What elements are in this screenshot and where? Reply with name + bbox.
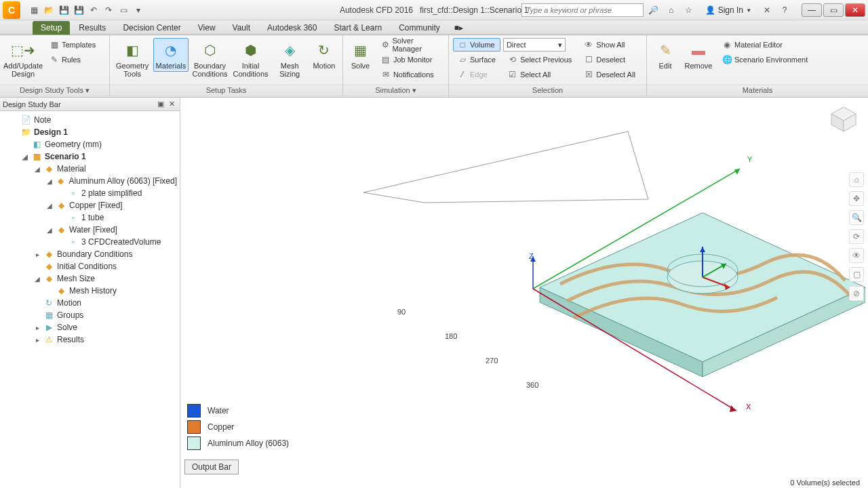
edge-icon: ∕ [458, 70, 467, 79]
app-icon[interactable]: C [3, 1, 20, 19]
deselect-all-button[interactable]: ☒Deselect All [579, 68, 639, 81]
tree-initial-conditions[interactable]: ◆Initial Conditions [1, 260, 178, 272]
dsb-pin-icon[interactable]: ▣ [155, 99, 166, 110]
qat-new-icon[interactable]: ▦ [27, 3, 41, 17]
design-study-bar: Design Study Bar ▣ ✕ 📄Note 📁Design 1 ◧Ge… [0, 98, 180, 488]
close-button[interactable]: ✕ [845, 3, 865, 17]
selection-mode-dropdown[interactable]: Direct▾ [503, 38, 566, 52]
qat-undo-icon[interactable]: ↶ [87, 3, 100, 17]
job-monitor-button[interactable]: ▤Job Monitor [376, 53, 444, 66]
tab-community[interactable]: Community [391, 21, 448, 35]
nav-close-icon[interactable]: ⊘ [849, 286, 864, 301]
output-bar-button[interactable]: Output Bar [184, 460, 239, 474]
qat-dropdown-icon[interactable]: ▾ [132, 3, 145, 17]
help-icon[interactable]: ? [777, 3, 792, 17]
nav-look-icon[interactable]: 👁 [849, 248, 864, 263]
tree-material[interactable]: ◢◆Material [1, 163, 178, 175]
job-monitor-icon: ▤ [381, 55, 391, 64]
tree-mesh-size[interactable]: ◢◆Mesh Size [1, 272, 178, 285]
volume-button[interactable]: □Volume [453, 38, 500, 52]
qat-open-icon[interactable]: 📂 [42, 3, 56, 17]
search-input[interactable] [521, 3, 644, 17]
show-all-button[interactable]: 👁Show All [579, 38, 639, 52]
select-all-button[interactable]: ☑Select All [503, 68, 576, 81]
tab-start-learn[interactable]: Start & Learn [326, 21, 390, 35]
tree-groups[interactable]: ▦Groups [1, 309, 178, 321]
tree-geometry[interactable]: ◧Geometry (mm) [1, 138, 178, 150]
materials-button[interactable]: ◔Materials [153, 38, 188, 72]
add-update-design-button[interactable]: ⬚➜ Add/Update Design [4, 38, 42, 80]
edit-button[interactable]: ✎Edit [651, 38, 679, 72]
select-previous-button[interactable]: ⟲Select Previous [503, 53, 576, 66]
ruler-tick: 270 [486, 357, 498, 365]
surface-button[interactable]: ▱Surface [453, 53, 500, 66]
tree-solve[interactable]: ▸▶Solve [1, 321, 178, 333]
tree-results[interactable]: ▸⚠Results [1, 333, 178, 346]
favorite-icon[interactable]: ☆ [682, 3, 696, 17]
signin-button[interactable]: 👤Sign In▾ [699, 3, 757, 17]
tree-boundary-conditions[interactable]: ▸◆Boundary Conditions [1, 248, 178, 260]
design-tree[interactable]: 📄Note 📁Design 1 ◧Geometry (mm) ◢▦Scenari… [0, 111, 180, 488]
deselect-button[interactable]: ☐Deselect [579, 53, 639, 66]
initial-conditions-button[interactable]: ⬢Initial Conditions [232, 38, 270, 80]
qat-redo-icon[interactable]: ↷ [102, 3, 115, 17]
dsb-close-icon[interactable]: ✕ [166, 99, 177, 110]
nav-pan-icon[interactable]: ✥ [849, 191, 864, 206]
material-item-icon: ◆ [56, 176, 66, 186]
tree-water[interactable]: ◢◆Water [Fixed] [1, 224, 178, 236]
group-design-study[interactable]: Design Study Tools ▾ [0, 85, 109, 97]
geometry-tools-button[interactable]: ◧Geometry Tools [114, 38, 151, 80]
nav-home-icon[interactable]: ⌂ [849, 172, 864, 187]
nav-zoom-icon[interactable]: 🔍 [849, 210, 864, 225]
remove-button[interactable]: ▬Remove [682, 38, 715, 72]
geometry-tree-icon: ◧ [31, 139, 42, 150]
maximize-button[interactable]: ▭ [823, 3, 844, 17]
solve-button[interactable]: ▦Solve [347, 38, 374, 72]
store-icon[interactable]: ⌂ [664, 3, 679, 17]
view-cube[interactable] [829, 104, 859, 134]
tab-view[interactable]: View [190, 21, 224, 35]
tab-autodesk360[interactable]: Autodesk 360 [259, 21, 325, 35]
ruler-tick: 360 [526, 381, 538, 389]
legend-label: Water [208, 406, 229, 415]
tab-video-icon[interactable]: ■▸ [449, 21, 469, 35]
tree-note[interactable]: 📄Note [1, 114, 178, 126]
mesh-sizing-button[interactable]: ◈Mesh Sizing [273, 38, 307, 80]
tree-mesh-history[interactable]: ◆Mesh History [1, 285, 178, 297]
tab-decision-center[interactable]: Decision Center [115, 21, 189, 35]
group-setup-tasks: Setup Tasks [110, 85, 342, 97]
templates-button[interactable]: ▦Templates [45, 38, 100, 52]
nav-orbit-icon[interactable]: ⟳ [849, 229, 864, 244]
tab-results[interactable]: Results [71, 21, 114, 35]
boundary-conditions-button[interactable]: ⬡Boundary Conditions [191, 38, 229, 80]
rules-button[interactable]: ✎Rules [45, 53, 100, 66]
group-simulation[interactable]: Simulation ▾ [343, 85, 448, 97]
tree-water-part[interactable]: ▫3 CFDCreatedVolume [1, 236, 178, 248]
surface-icon: ▱ [458, 55, 467, 64]
notifications-button[interactable]: ✉Notifications [376, 68, 444, 81]
material-editor-button[interactable]: ◉Material Editor [717, 38, 812, 52]
axis-x-label: X [746, 403, 751, 411]
tab-setup[interactable]: Setup [33, 21, 70, 35]
scenario-environment-button[interactable]: 🌐Scenario Environment [717, 53, 812, 66]
tree-motion[interactable]: ↻Motion [1, 297, 178, 309]
minimize-button[interactable]: — [802, 3, 822, 17]
qat-save-icon[interactable]: 💾 [57, 3, 71, 17]
tree-scenario[interactable]: ◢▦Scenario 1 [1, 150, 178, 163]
solver-manager-button[interactable]: ⚙Solver Manager [376, 38, 444, 52]
tree-copper-part[interactable]: ▫1 tube [1, 211, 178, 224]
search-icon[interactable]: 🔎 [646, 3, 661, 17]
legend-swatch-aluminum [187, 436, 201, 450]
qat-window-icon[interactable]: ▭ [117, 3, 130, 17]
tree-copper[interactable]: ◢◆Copper [Fixed] [1, 199, 178, 211]
motion-button[interactable]: ↻Motion [310, 38, 338, 72]
qat-saveall-icon[interactable]: 💾 [72, 3, 85, 17]
tree-aluminum-part[interactable]: ▫2 plate simplified [1, 187, 178, 199]
exchange-icon[interactable]: ✕ [760, 3, 774, 17]
tree-aluminum[interactable]: ◢◆Aluminum Alloy (6063) [Fixed] [1, 175, 178, 187]
tree-design[interactable]: 📁Design 1 [1, 126, 178, 138]
viewport-3d[interactable]: Y X Z 90 180 270 360 ⌂ ✥ 🔍 ⟳ 👁 ▢ ⊘ Water… [180, 98, 868, 488]
group-materials: Materials [647, 85, 868, 97]
tab-vault[interactable]: Vault [224, 21, 258, 35]
nav-fit-icon[interactable]: ▢ [849, 267, 864, 282]
